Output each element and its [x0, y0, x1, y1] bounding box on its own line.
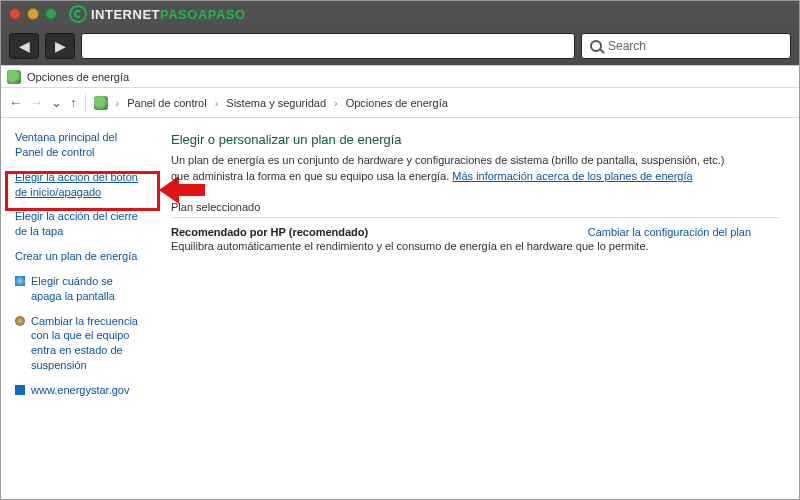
sidebar-item-label: Cambiar la frecuencia con la que el equi…	[31, 314, 143, 373]
more-info-link[interactable]: Más información acerca de los planes de …	[452, 170, 692, 182]
brand-text-a: INTERNET	[91, 7, 160, 22]
sidebar-item-label: Elegir cuándo se apaga la pantalla	[31, 274, 143, 304]
chevron-right-icon: ›	[116, 97, 120, 109]
sidebar-item-label: www.energystar.gov	[31, 383, 129, 398]
sidebar-item-create-plan[interactable]: Crear un plan de energía	[15, 249, 143, 264]
breadcrumb-item[interactable]: Panel de control	[127, 97, 207, 109]
nav-up-button[interactable]: ↑	[70, 95, 77, 110]
search-placeholder: Search	[608, 39, 646, 53]
zoom-icon[interactable]	[45, 8, 57, 20]
sleep-icon	[15, 316, 25, 326]
browser-chrome: INTERNETPASOAPASO ◀ ▶ Search	[1, 1, 799, 65]
nav-back-button[interactable]: ←	[9, 95, 22, 110]
nav-recent-button[interactable]: ⌄	[51, 95, 62, 110]
search-icon	[590, 40, 602, 52]
window-title: Opciones de energía	[27, 71, 129, 83]
brand-text: INTERNETPASOAPASO	[91, 7, 246, 22]
brand-text-b: PASOAPASO	[160, 7, 246, 22]
forward-button[interactable]: ▶	[45, 33, 75, 59]
divider	[85, 94, 86, 112]
section-title: Plan seleccionado	[171, 201, 779, 215]
change-plan-settings-link[interactable]: Cambiar la configuración del plan	[588, 226, 751, 238]
breadcrumb-icon	[94, 96, 108, 110]
power-options-icon	[7, 70, 21, 84]
address-bar[interactable]	[81, 33, 575, 59]
sidebar-item-screen-off[interactable]: Elegir cuándo se apaga la pantalla	[15, 274, 143, 304]
sidebar-item-sleep-frequency[interactable]: Cambiar la frecuencia con la que el equi…	[15, 314, 143, 373]
brand-logo-icon	[69, 5, 87, 23]
sidebar: Ventana principal del Panel de control E…	[1, 118, 151, 499]
minimize-icon[interactable]	[27, 8, 39, 20]
search-input[interactable]: Search	[581, 33, 791, 59]
window-titlebar: Opciones de energía	[1, 66, 799, 88]
plan-description: Equilibra automáticamente el rendimiento…	[171, 240, 779, 252]
plan-row: Recomendado por HP (recomendado) Cambiar…	[171, 226, 751, 238]
brand: INTERNETPASOAPASO	[69, 5, 246, 23]
back-button[interactable]: ◀	[9, 33, 39, 59]
sidebar-item-power-button-action[interactable]: Elegir la acción del botón de inicio/apa…	[15, 170, 143, 200]
plan-name: Recomendado por HP (recomendado)	[171, 226, 368, 238]
chevron-right-icon: ›	[334, 97, 338, 109]
display-icon	[15, 276, 25, 286]
titlebar-top: INTERNETPASOAPASO	[1, 1, 799, 27]
energystar-icon	[15, 385, 25, 395]
breadcrumb: ← → ⌄ ↑ › Panel de control › Sistema y s…	[1, 88, 799, 118]
main-panel: Elegir o personalizar un plan de energía…	[151, 118, 799, 499]
app-window: INTERNETPASOAPASO ◀ ▶ Search Opciones de…	[0, 0, 800, 500]
close-icon[interactable]	[9, 8, 21, 20]
toolbar: ◀ ▶ Search	[1, 27, 799, 65]
sidebar-item-lid-close-action[interactable]: Elegir la acción del cierre de la tapa	[15, 209, 143, 239]
explorer: Opciones de energía ← → ⌄ ↑ › Panel de c…	[1, 65, 799, 499]
breadcrumb-item[interactable]: Opciones de energía	[346, 97, 448, 109]
sidebar-home-link[interactable]: Ventana principal del Panel de control	[15, 130, 143, 160]
page-heading: Elegir o personalizar un plan de energía	[171, 132, 779, 147]
page-description: Un plan de energía es un conjunto de har…	[171, 153, 731, 185]
divider	[171, 217, 779, 218]
sidebar-item-energystar[interactable]: www.energystar.gov	[15, 383, 143, 398]
breadcrumb-item[interactable]: Sistema y seguridad	[226, 97, 326, 109]
chevron-right-icon: ›	[215, 97, 219, 109]
content-area: Ventana principal del Panel de control E…	[1, 118, 799, 499]
nav-forward-button: →	[30, 95, 43, 110]
